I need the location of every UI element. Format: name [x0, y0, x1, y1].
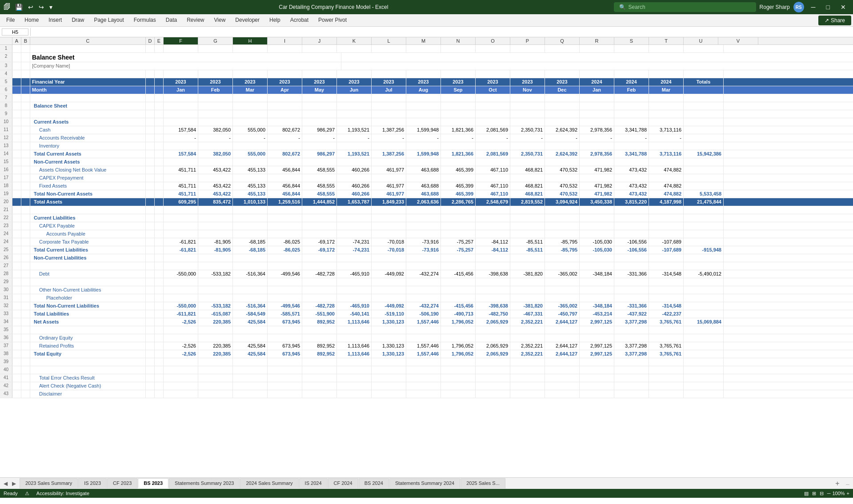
- tab-acrobat[interactable]: Acrobat: [286, 15, 313, 26]
- tab-formulas[interactable]: Formulas: [129, 15, 160, 26]
- redo-button[interactable]: ↪: [37, 3, 46, 12]
- zoom-control: ─ 100% +: [827, 491, 849, 496]
- tab-file[interactable]: File: [2, 15, 19, 26]
- cell-reference[interactable]: [2, 28, 28, 36]
- col-header-t[interactable]: T: [649, 37, 684, 44]
- col-header-q[interactable]: Q: [545, 37, 580, 44]
- avatar: RS: [793, 2, 804, 12]
- tab-review[interactable]: Review: [182, 15, 208, 26]
- formula-input[interactable]: [32, 29, 851, 35]
- row-25: 25Total Current Liabilities-61,821-81,90…: [0, 246, 853, 254]
- minimize-button[interactable]: ─: [808, 3, 819, 12]
- tab-developer[interactable]: Developer: [231, 15, 264, 26]
- window-title: Car Detailing Company Finance Model - Ex…: [57, 4, 610, 10]
- customize-button[interactable]: ▾: [48, 3, 54, 12]
- row-13: 13Inventory: [0, 142, 853, 150]
- zoom-out-button[interactable]: ─: [827, 491, 831, 496]
- row-18: 18Fixed Assets451,711453,422455,133456,8…: [0, 182, 853, 190]
- row-17: 17CAPEX Prepayment: [0, 174, 853, 182]
- col-header-h[interactable]: H: [233, 37, 268, 44]
- sheet-tab-bs-2023[interactable]: BS 2023: [138, 478, 168, 488]
- zoom-level: 100%: [832, 491, 845, 496]
- add-sheet-button[interactable]: +: [833, 480, 842, 488]
- tab-insert[interactable]: Insert: [44, 15, 66, 26]
- row-31: 31Placeholder: [0, 294, 853, 302]
- save-button[interactable]: 💾: [13, 3, 24, 12]
- title-bar-right: Roger Sharp RS ─ □ ✕: [760, 2, 849, 12]
- row-39: 39: [0, 358, 853, 366]
- col-header-c[interactable]: C: [30, 37, 146, 44]
- sheet-tab-bs-2024[interactable]: BS 2024: [359, 478, 389, 488]
- col-header-o[interactable]: O: [476, 37, 510, 44]
- row-20: 20Total Assets609,295835,4721,010,1331,2…: [0, 198, 853, 206]
- ribbon: File Home Insert Draw Page Layout Formul…: [0, 14, 853, 27]
- accessibility-status: Accessibility: Investigate: [36, 491, 89, 496]
- tab-help[interactable]: Help: [265, 15, 285, 26]
- grid-container[interactable]: 12Balance Sheet3[Company Name]45Financia…: [0, 45, 853, 477]
- view-page-icon[interactable]: ⊞: [812, 491, 816, 496]
- col-header-n[interactable]: N: [441, 37, 476, 44]
- row-3: 3[Company Name]: [0, 62, 853, 70]
- share-button[interactable]: ↗ Share: [818, 16, 851, 25]
- sheet-tab-cf-2023[interactable]: CF 2023: [107, 478, 137, 488]
- col-header-g[interactable]: G: [198, 37, 233, 44]
- tab-data[interactable]: Data: [161, 15, 181, 26]
- row-35: 35: [0, 326, 853, 334]
- row-10: 10Current Assets: [0, 118, 853, 126]
- tab-power-pivot[interactable]: Power Pivot: [314, 15, 351, 26]
- col-header-l[interactable]: L: [372, 37, 406, 44]
- sheet-tab-2025-sales[interactable]: 2025 Sales S...: [461, 478, 505, 488]
- share-icon: ↗: [825, 17, 829, 24]
- col-header-k[interactable]: K: [337, 37, 372, 44]
- col-header-d[interactable]: D: [146, 37, 155, 44]
- tab-view[interactable]: View: [210, 15, 230, 26]
- ready-status: Ready: [4, 491, 18, 496]
- col-header-f[interactable]: F: [164, 37, 198, 44]
- col-header-u[interactable]: U: [684, 37, 718, 44]
- title-bar: 🗐 💾 ↩ ↪ ▾ Car Detailing Company Finance …: [0, 0, 853, 14]
- tab-home[interactable]: Home: [20, 15, 43, 26]
- col-header-b[interactable]: B: [21, 37, 30, 44]
- close-button[interactable]: ✕: [837, 3, 849, 12]
- excel-icon: 🗐: [4, 3, 11, 11]
- sheet-tab-stmt-2024[interactable]: Statements Summary 2024: [389, 478, 460, 488]
- col-header-a[interactable]: A: [12, 37, 21, 44]
- row-7: 7: [0, 94, 853, 102]
- zoom-in-button[interactable]: +: [847, 491, 849, 496]
- sheet-next-button[interactable]: ▶: [10, 480, 18, 488]
- view-preview-icon[interactable]: ⊟: [820, 491, 824, 496]
- search-box[interactable]: 🔍: [614, 2, 756, 12]
- user-name: Roger Sharp: [760, 4, 790, 10]
- col-header-v[interactable]: V: [718, 37, 758, 44]
- col-header-s[interactable]: S: [614, 37, 649, 44]
- row-6: 6MonthJanFebMarAprMayJunJulAugSepOctNovD…: [0, 86, 853, 94]
- row-38: 38Total Equity-2,526220,385425,584673,94…: [0, 350, 853, 358]
- col-header-i[interactable]: I: [268, 37, 302, 44]
- row-26: 26Non-Current Liabilities: [0, 254, 853, 262]
- restore-button[interactable]: □: [823, 3, 833, 12]
- view-normal-icon[interactable]: ▤: [804, 491, 809, 496]
- row-num-header: [0, 37, 12, 44]
- sheet-tab-2023-sales[interactable]: 2023 Sales Summary: [20, 478, 78, 488]
- undo-button[interactable]: ↩: [26, 3, 35, 12]
- status-right: ▤ ⊞ ⊟ ─ 100% +: [804, 491, 849, 496]
- col-header-r[interactable]: R: [580, 37, 614, 44]
- quick-access-toolbar: 💾 ↩ ↪ ▾: [13, 3, 54, 12]
- sheet-tab-is-2024[interactable]: IS 2024: [299, 478, 328, 488]
- spreadsheet: A B C D E F G H I J K L M N O P Q R S T …: [0, 37, 853, 477]
- sheet-tab-cf-2024[interactable]: CF 2024: [328, 478, 358, 488]
- row-27: 27: [0, 262, 853, 270]
- sheet-prev-button[interactable]: ◀: [2, 480, 9, 488]
- sheet-tab-stmt-2023[interactable]: Statements Summary 2023: [169, 478, 240, 488]
- tab-page-layout[interactable]: Page Layout: [89, 15, 128, 26]
- tab-draw[interactable]: Draw: [67, 15, 88, 26]
- sheet-tab-is-2023[interactable]: IS 2023: [78, 478, 107, 488]
- row-30: 30Other Non-Current Liabilities: [0, 286, 853, 294]
- col-header-m[interactable]: M: [406, 37, 441, 44]
- col-header-e[interactable]: E: [155, 37, 164, 44]
- search-input[interactable]: [629, 4, 744, 10]
- column-headers: A B C D E F G H I J K L M N O P Q R S T …: [0, 37, 853, 45]
- col-header-j[interactable]: J: [302, 37, 337, 44]
- sheet-tab-2024-sales[interactable]: 2024 Sales Summary: [240, 478, 298, 488]
- col-header-p[interactable]: P: [510, 37, 545, 44]
